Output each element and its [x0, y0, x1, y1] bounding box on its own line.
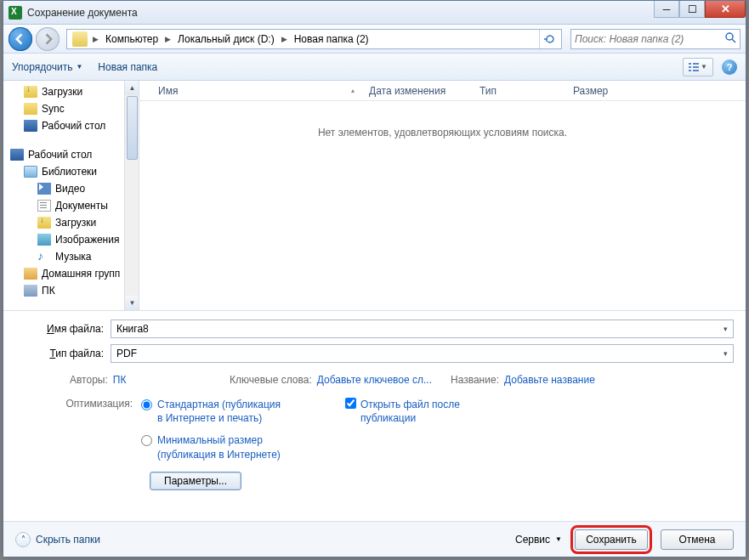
authors-value[interactable]: ПК [113, 374, 127, 386]
organize-menu[interactable]: Упорядочить▼ [12, 61, 82, 73]
forward-button[interactable] [36, 27, 60, 51]
tree-downloads[interactable]: Загрузки [3, 83, 139, 100]
tree-pc[interactable]: ПК [3, 282, 139, 299]
form-area: Имя файла: Книга8▾ Тип файла: PDF▾ Автор… [3, 310, 746, 495]
video-icon [37, 183, 51, 195]
tree-downloads2[interactable]: Загрузки [3, 214, 139, 231]
save-dialog-window: Сохранение документа ─ ☐ ✕ ▶ Компьютер ▶… [3, 0, 746, 557]
column-name[interactable]: Имя▴ [151, 81, 362, 100]
scroll-down-icon[interactable]: ▼ [125, 296, 139, 310]
chevron-down-icon[interactable]: ▾ [723, 325, 728, 333]
desktop-icon [10, 149, 24, 161]
service-menu[interactable]: Сервис ▼ [515, 534, 562, 546]
chevron-right-icon[interactable]: ▶ [163, 35, 173, 43]
folder-tree[interactable]: Загрузки Sync Рабочий стол Рабочий стол … [3, 81, 139, 310]
search-box[interactable] [570, 29, 740, 49]
tree-documents[interactable]: Документы [3, 197, 139, 214]
tree-music[interactable]: ♪Музыка [3, 248, 139, 265]
app-icon [9, 6, 22, 20]
toolbar: Упорядочить▼ Новая папка ▼ ? [3, 54, 746, 81]
svg-point-0 [726, 33, 733, 40]
column-size[interactable]: Размер [566, 81, 634, 100]
scroll-up-icon[interactable]: ▲ [125, 81, 139, 95]
tree-libraries[interactable]: Библиотеки [3, 163, 139, 180]
chevron-down-icon: ▼ [701, 63, 707, 71]
filetype-label: Тип файла: [15, 348, 111, 359]
svg-rect-7 [693, 70, 699, 71]
radio-minimum-input[interactable] [141, 435, 152, 446]
breadcrumb[interactable]: ▶ Компьютер ▶ Локальный диск (D:) ▶ Нова… [66, 29, 562, 49]
tree-homegroup[interactable]: Домашняя групп [3, 265, 139, 282]
chevron-right-icon[interactable]: ▶ [280, 35, 289, 43]
crumb-disk[interactable]: Локальный диск (D:) [173, 30, 280, 48]
svg-rect-6 [693, 66, 699, 68]
titlebar[interactable]: Сохранение документа ─ ☐ ✕ [3, 1, 746, 25]
navbar: ▶ Компьютер ▶ Локальный диск (D:) ▶ Нова… [3, 25, 746, 54]
footer: ˄ Скрыть папки Сервис ▼ Сохранить Отмена [3, 521, 746, 557]
maximize-button[interactable]: ☐ [679, 1, 705, 18]
close-button[interactable]: ✕ [705, 1, 746, 18]
svg-line-1 [732, 39, 735, 42]
help-button[interactable]: ? [722, 59, 737, 75]
downloads-icon [24, 86, 37, 98]
svg-rect-5 [693, 63, 699, 65]
tree-video[interactable]: Видео [3, 180, 139, 197]
title-link[interactable]: Добавьте название [504, 374, 595, 386]
filename-input[interactable]: Книга8▾ [111, 320, 734, 338]
folder-icon [72, 31, 88, 47]
chevron-down-icon: ▼ [76, 63, 82, 71]
empty-message: Нет элементов, удовлетворяющих условиям … [139, 101, 746, 139]
chevron-down-icon[interactable]: ▾ [723, 349, 728, 358]
chevron-right-icon[interactable]: ▶ [91, 35, 100, 43]
library-icon [24, 166, 37, 178]
svg-rect-2 [689, 63, 691, 65]
tree-images[interactable]: Изображения [3, 231, 139, 248]
search-icon[interactable] [724, 31, 736, 46]
svg-rect-3 [689, 66, 691, 68]
save-button[interactable]: Сохранить [575, 529, 648, 550]
save-highlight: Сохранить [570, 525, 652, 554]
radio-standard[interactable]: Стандартная (публикация в Интернете и пе… [141, 398, 337, 425]
checkbox-open-after[interactable]: Открыть файл после публикации [345, 398, 479, 470]
chevron-up-icon: ˄ [15, 532, 31, 547]
images-icon [37, 234, 51, 246]
scroll-thumb[interactable] [127, 96, 138, 160]
tree-desktop[interactable]: Рабочий стол [3, 117, 139, 134]
column-date[interactable]: Дата изменения [362, 81, 473, 100]
folder-icon [24, 103, 37, 115]
crumb-folder[interactable]: Новая папка (2) [289, 30, 374, 48]
checkbox-open-after-input[interactable] [345, 398, 356, 409]
tree-scrollbar[interactable]: ▲ ▼ [124, 81, 139, 310]
params-button[interactable]: Параметры... [150, 472, 241, 490]
cancel-button[interactable]: Отмена [661, 529, 734, 550]
window-title: Сохранение документа [27, 7, 138, 19]
file-list-pane: Имя▴ Дата изменения Тип Размер Нет элеме… [139, 81, 746, 310]
search-input[interactable] [575, 33, 724, 45]
tree-sync[interactable]: Sync [3, 100, 139, 117]
music-icon: ♪ [37, 251, 51, 263]
optimization-label: Оптимизация: [15, 398, 141, 470]
crumb-computer[interactable]: Компьютер [100, 30, 163, 48]
sort-asc-icon: ▴ [351, 87, 355, 94]
keywords-link[interactable]: Добавьте ключевое сл... [317, 374, 432, 386]
chevron-down-icon: ▼ [555, 535, 562, 543]
refresh-button[interactable] [539, 30, 559, 48]
view-mode-button[interactable]: ▼ [683, 58, 713, 76]
minimize-button[interactable]: ─ [654, 1, 679, 18]
column-headers: Имя▴ Дата изменения Тип Размер [139, 81, 746, 101]
document-icon [37, 200, 51, 212]
column-type[interactable]: Тип [473, 81, 566, 100]
filetype-select[interactable]: PDF▾ [111, 344, 734, 363]
tree-desktop-root[interactable]: Рабочий стол [3, 146, 139, 163]
homegroup-icon [24, 268, 37, 280]
new-folder-button[interactable]: Новая папка [98, 61, 157, 73]
filename-label: Имя файла: [15, 323, 111, 335]
desktop-icon [24, 120, 37, 132]
keywords-label: Ключевые слова: [230, 374, 317, 386]
back-button[interactable] [9, 27, 32, 51]
list-icon [689, 63, 699, 71]
radio-standard-input[interactable] [141, 399, 152, 410]
hide-folders-button[interactable]: ˄ Скрыть папки [15, 532, 100, 547]
title-label: Название: [451, 374, 504, 386]
radio-minimum[interactable]: Минимальный размер (публикация в Интерне… [141, 433, 337, 461]
